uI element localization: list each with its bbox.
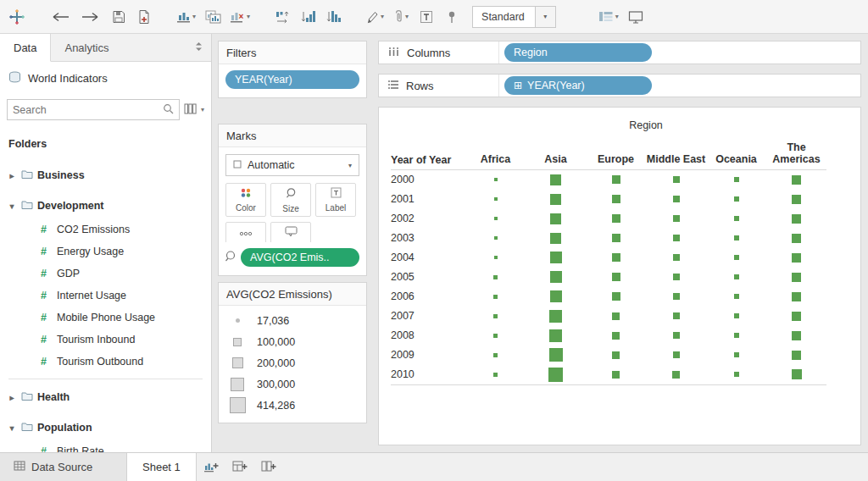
mark[interactable] [550,233,561,244]
size-button[interactable]: Size [270,183,311,217]
mark[interactable] [549,310,562,323]
legend-item[interactable]: 300,000 [219,373,366,395]
pill-year[interactable]: ⊞ YEAR(Year) [504,76,652,95]
swap-rows-columns-button[interactable] [270,4,294,30]
mark[interactable] [792,273,801,282]
mark[interactable] [612,312,620,320]
mark[interactable] [494,197,498,201]
legend-item[interactable]: 414,286 [219,395,366,416]
row-header-year[interactable]: 2010 [391,368,465,380]
mark[interactable] [673,254,680,261]
mark[interactable] [673,312,680,319]
mark[interactable] [493,353,498,357]
row-header-year[interactable]: 2007 [391,310,465,322]
view-options-caret-icon[interactable]: ▾ [201,107,204,113]
mark[interactable] [734,294,739,299]
mark[interactable] [550,194,561,205]
field-item[interactable]: #Tourism Inbound [0,329,211,351]
mark[interactable] [792,351,801,360]
column-header[interactable]: The Americas [766,141,826,166]
search-input[interactable] [13,104,163,116]
presentation-mode-button[interactable] [624,4,648,30]
new-worksheet-tab-button[interactable] [197,453,225,481]
tableau-logo-icon[interactable] [5,4,29,30]
pane-swap-icon[interactable] [195,41,203,54]
mark[interactable] [734,313,739,318]
new-data-source-button[interactable] [132,4,156,30]
field-item[interactable]: #Tourism Outbound [0,351,211,373]
field-item[interactable]: #Mobile Phone Usage [0,307,211,329]
filters-shelf[interactable]: YEAR(Year) [219,64,366,97]
redo-button[interactable] [76,4,105,30]
column-header[interactable]: Oceania [706,153,766,165]
new-worksheet-button[interactable]: ▾ [173,4,199,30]
row-header-year[interactable]: 2005 [391,271,465,283]
mark[interactable] [494,256,498,259]
rows-shelf-drop[interactable]: ⊞ YEAR(Year) [499,76,860,95]
row-header-year[interactable]: 2004 [391,252,465,263]
mark[interactable] [792,234,801,243]
mark[interactable] [493,334,498,338]
mark[interactable] [493,275,498,279]
mark[interactable] [494,217,498,220]
mark[interactable] [550,271,562,283]
mark[interactable] [612,175,620,184]
mark[interactable] [672,371,680,379]
mark[interactable] [493,314,498,318]
mark[interactable] [612,273,620,281]
mark[interactable] [792,214,801,224]
column-header[interactable]: Asia [526,153,586,165]
undo-button[interactable] [46,4,75,30]
mark[interactable] [792,195,801,204]
expand-hierarchy-icon[interactable]: ⊞ [514,80,522,91]
column-header[interactable]: Middle East [646,153,706,165]
mark[interactable] [612,332,620,340]
tab-analytics[interactable]: Analytics [51,34,211,61]
mark[interactable] [612,214,620,223]
folder-item[interactable]: ▾Population [0,415,211,440]
folder-item[interactable]: ▸Business [0,163,211,188]
mark[interactable] [673,215,680,222]
mark[interactable] [734,235,739,240]
new-story-button[interactable] [254,453,283,481]
sort-ascending-button[interactable] [296,4,320,30]
field-item[interactable]: #Internet Usage [0,285,211,307]
mark[interactable] [734,372,739,377]
pill-region[interactable]: Region [504,43,652,62]
detail-button[interactable]: Detail [225,222,266,242]
field-item[interactable]: #CO2 Emissions [0,218,211,240]
sort-descending-button[interactable] [321,4,345,30]
caret-icon[interactable]: ▸ [7,393,17,402]
caret-icon[interactable]: ▾ [7,202,17,211]
mark[interactable] [792,292,801,301]
filter-pill-year[interactable]: YEAR(Year) [225,70,359,89]
mark[interactable] [673,274,680,280]
show-mark-labels-button[interactable] [415,4,438,30]
visualization[interactable]: Region Year of YearAfricaAsiaEuropeMiddl… [378,107,861,445]
mark[interactable] [612,234,620,242]
mark[interactable] [550,290,562,302]
row-header-year[interactable]: 2008 [391,329,465,341]
mark[interactable] [673,351,680,358]
legend-item[interactable]: 200,000 [219,352,366,373]
highlight-button[interactable]: ▾ [362,4,387,30]
row-header-year[interactable]: 2009 [391,349,465,361]
legend-item[interactable]: 17,036 [219,310,366,331]
mark-type-select[interactable]: Automatic ▾ [225,154,359,176]
mark[interactable] [792,312,801,321]
tab-sheet1[interactable]: Sheet 1 [127,453,197,481]
fix-axes-button[interactable] [440,4,464,30]
row-header-year[interactable]: 2001 [391,193,465,205]
mark[interactable] [734,352,739,357]
mark[interactable] [792,253,801,263]
mark[interactable] [549,329,562,342]
duplicate-sheet-button[interactable] [201,4,225,30]
mark[interactable] [734,177,739,182]
field-item[interactable]: #Energy Usage [0,240,211,263]
view-columns-icon[interactable] [184,103,197,117]
caret-icon[interactable]: ▸ [7,171,17,180]
tooltip-button[interactable]: Tooltip [270,222,311,242]
row-header-year[interactable]: 2002 [391,213,465,224]
mark[interactable] [550,252,562,263]
legend-item[interactable]: 100,000 [219,331,366,352]
